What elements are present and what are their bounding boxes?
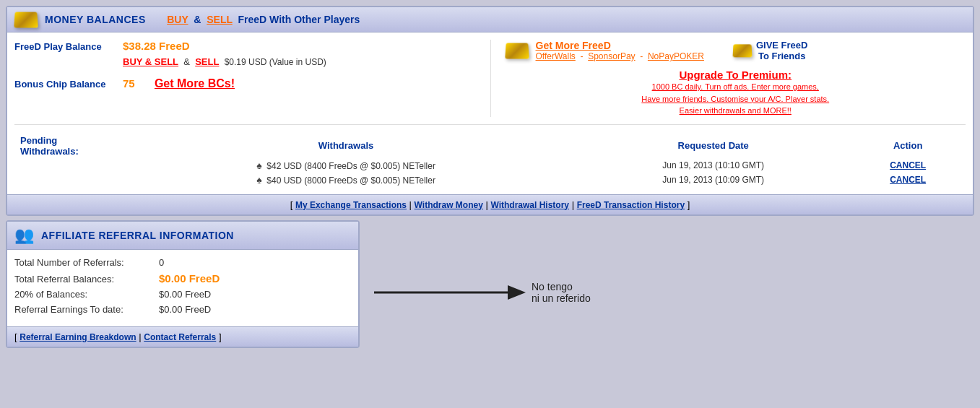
cancel-button-2[interactable]: CANCEL [890,175,926,185]
get-more-freed-links: OfferWalls - SponsorPay - NoPayPOKER [536,51,704,61]
buy-link-header[interactable]: BUY [167,14,188,25]
svg-marker-1 [508,285,526,300]
freed-balance-row: FreeD Play Balance $38.28 FreeD [14,40,476,52]
withdrawals-section: Pending Withdrawals: Withdrawals Request… [14,124,966,187]
cancel-button-1[interactable]: CANCEL [890,160,926,170]
bonus-chip-row: Bonus Chip Balance 75 Get More BCs! [14,77,476,90]
aff-earnings-value: $0.00 FreeD [159,304,211,315]
annotation-area: No tengo ni un referido [367,278,591,307]
nopaypoker-link[interactable]: NoPayPOKER [648,51,704,61]
aff-20percent-row: 20% of Balances: $0.00 FreeD [14,289,351,300]
annotation-text: No tengo ni un referido [532,281,591,304]
sell-link-header[interactable]: SELL [207,14,233,25]
right-column: Get More FreeD OfferWalls - SponsorPay -… [490,40,966,117]
buy-link[interactable]: BUY & SELL [123,56,178,67]
upgrade-section: Upgrade To Premium: 1000 BC daily. Turn … [506,69,966,117]
sponsorpay-link[interactable]: SponsorPay [588,51,635,61]
affiliate-panel: 👥 AFFILIATE REFERRAL INFORMATION Total N… [6,220,360,348]
left-column: FreeD Play Balance $38.28 FreeD BUY & SE… [14,40,490,117]
buy-sell-header: BUY & SELL FreeD With Other Players [153,14,360,25]
contact-referrals-link[interactable]: Contact Referrals [144,332,216,342]
money-header: MONEY BALANCES BUY & SELL FreeD With Oth… [7,7,973,32]
get-more-freed-title[interactable]: Get More FreeD [536,40,704,51]
aff-referrals-count-row: Total Number of Referrals: 0 [14,257,351,268]
aff-referrals-count-value: 0 [159,257,164,268]
buy-sell-row: BUY & SELL & SELL $0.19 USD (Value in US… [123,56,476,67]
give-freed-text: GIVE FreeD To Friends [756,40,808,61]
affiliate-footer: [ Referral Earning Breakdown | Contact R… [7,326,358,347]
withdrawals-col-header: Withdrawals [116,134,576,158]
referral-breakdown-link[interactable]: Referral Earning Breakdown [19,332,136,342]
affiliate-header: 👥 AFFILIATE REFERRAL INFORMATION [7,222,358,250]
withdrawal-row-1: ♠ $42 USD (8400 FreeDs @ $0.005) NETelle… [14,158,966,173]
give-freed-section: GIVE FreeD To Friends [733,40,808,61]
people-icon: 👥 [14,226,34,245]
withdrawal-history-link[interactable]: Withdrawal History [490,200,569,210]
affiliate-body: Total Number of Referrals: 0 Total Refer… [7,250,358,326]
money-footer: [ My Exchange Transactions | Withdraw Mo… [7,194,973,214]
money-balances-title: MONEY BALANCES [45,14,146,25]
sell-link[interactable]: SELL [195,56,219,67]
gold-coin-icon [14,12,38,28]
pending-col-header: Pending Withdrawals: [14,134,116,158]
aff-20percent-label: 20% of Balances: [14,289,159,300]
aff-20percent-value: $0.00 FreeD [159,289,211,300]
bonus-chip-value: 75 [123,77,135,90]
my-exchange-link[interactable]: My Exchange Transactions [295,200,407,210]
upgrade-desc: 1000 BC daily. Turn off ads. Enter more … [506,81,966,117]
annotation-arrow [367,278,526,307]
offerwalls-link[interactable]: OfferWalls [536,51,576,61]
give-freed-icon [732,44,752,57]
aff-referrals-count-label: Total Number of Referrals: [14,257,159,268]
aff-referral-balances-label: Total Referral Balances: [14,274,159,285]
usd-value: $0.19 USD (Value in USD) [225,57,326,67]
upgrade-title[interactable]: Upgrade To Premium: [506,69,966,81]
requested-date-col-header: Requested Date [576,134,850,158]
spade-icon-2: ♠ [256,174,261,186]
withdraw-money-link[interactable]: Withdraw Money [415,200,483,210]
withdrawal-row-2: ♠ $40 USD (8000 FreeDs @ $0.005) NETelle… [14,173,966,187]
bonus-chip-label: Bonus Chip Balance [14,79,116,90]
get-more-freed-section: Get More FreeD OfferWalls - SponsorPay -… [506,40,966,61]
money-body: FreeD Play Balance $38.28 FreeD BUY & SE… [7,32,973,194]
money-balances-panel: MONEY BALANCES BUY & SELL FreeD With Oth… [6,6,974,216]
get-more-bcs-link[interactable]: Get More BCs! [155,77,235,90]
bottom-area: 👥 AFFILIATE REFERRAL INFORMATION Total N… [6,220,974,348]
action-col-header: Action [850,134,966,158]
affiliate-title: AFFILIATE REFERRAL INFORMATION [41,230,234,241]
aff-earnings-row: Referral Earnings To date: $0.00 FreeD [14,304,351,315]
withdrawals-table: Pending Withdrawals: Withdrawals Request… [14,134,966,187]
aff-referral-balances-row: Total Referral Balances: $0.00 FreeD [14,272,351,285]
freed-balance-value: $38.28 FreeD [123,40,190,52]
spade-icon-1: ♠ [256,160,261,171]
top-section: FreeD Play Balance $38.28 FreeD BUY & SE… [14,40,966,117]
get-more-freed-text: Get More FreeD OfferWalls - SponsorPay -… [536,40,704,61]
freed-transaction-history-link[interactable]: FreeD Transaction History [577,200,685,210]
freed-balance-label: FreeD Play Balance [14,41,116,52]
aff-earnings-label: Referral Earnings To date: [14,304,159,315]
aff-referral-balances-value: $0.00 FreeD [159,272,220,285]
get-more-freed-icon [505,43,529,59]
